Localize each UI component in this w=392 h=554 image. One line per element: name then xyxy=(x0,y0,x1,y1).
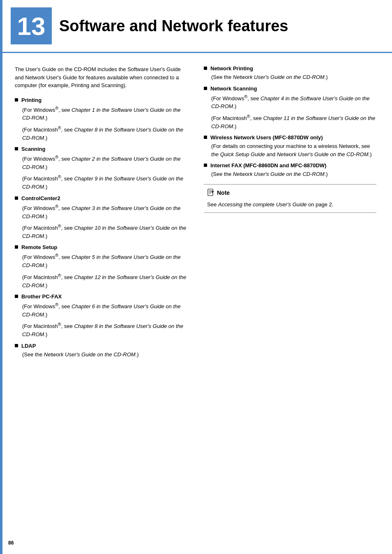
sub-items-scanning: (For Windows®, see Chapter 2 in the Soft… xyxy=(15,154,187,191)
page-number: 86 xyxy=(8,540,14,546)
bullet-square xyxy=(15,147,18,150)
bullet-square xyxy=(15,98,18,102)
left-feature-list: Printing (For Windows®, see Chapter 1 in… xyxy=(15,97,187,359)
sub-items-internet-fax: (See the Network User's Guide on the CD-… xyxy=(204,170,376,178)
bullet-square xyxy=(15,245,18,249)
sub-items-remote-setup: (For Windows®, see Chapter 5 in the Soft… xyxy=(15,252,187,289)
bullet-square xyxy=(15,295,18,298)
sub-items-pcfax: (For Windows®, see Chapter 6 in the Soft… xyxy=(15,301,187,339)
sub-items-controlcenter: (For Windows®, see Chapter 3 in the Soft… xyxy=(15,203,187,240)
note-header: Note xyxy=(207,189,373,197)
note-label: Note xyxy=(217,189,230,196)
list-item: Scanning (For Windows®, see Chapter 2 in… xyxy=(15,146,187,191)
bullet-item-ldap: LDAP xyxy=(15,343,187,349)
bullet-square xyxy=(204,67,207,70)
page-footer: 86 xyxy=(8,540,14,546)
bullet-item-wireless: Wireless Network Users (MFC-8870DW only) xyxy=(204,134,376,141)
bullet-item-network-scanning: Network Scanning xyxy=(204,85,376,92)
left-accent-bar xyxy=(0,0,2,554)
bullet-square xyxy=(15,344,18,347)
note-box: Note See Accessing the complete User's G… xyxy=(204,184,376,213)
bullet-square xyxy=(204,164,207,167)
chapter-number: 13 xyxy=(11,7,52,44)
intro-text: The User's Guide on the CD-ROM includes … xyxy=(15,65,187,90)
chapter-header: 13 Software and Network features xyxy=(2,0,392,53)
bullet-item-internet-fax: Internet FAX (MFC-8860DN and MFC-8870DW) xyxy=(204,162,376,169)
chapter-title: Software and Network features xyxy=(59,17,288,35)
sub-items-printing: (For Windows®, see Chapter 1 in the Soft… xyxy=(15,105,187,142)
note-icon xyxy=(207,189,214,197)
bullet-square xyxy=(204,87,207,90)
bullet-item-remote-setup: Remote Setup xyxy=(15,244,187,250)
bullet-item-scanning: Scanning xyxy=(15,146,187,152)
bullet-item-network-printing: Network Printing xyxy=(204,65,376,72)
list-item: Network Printing (See the Network User's… xyxy=(204,65,376,81)
bullet-item-pcfax: Brother PC-FAX xyxy=(15,293,187,300)
list-item: Printing (For Windows®, see Chapter 1 in… xyxy=(15,97,187,142)
page-container: 13 Software and Network features The Use… xyxy=(0,0,392,554)
list-item: Brother PC-FAX (For Windows®, see Chapte… xyxy=(15,293,187,339)
sub-items-network-printing: (See the Network User's Guide on the CD-… xyxy=(204,73,376,81)
bullet-item-printing: Printing xyxy=(15,97,187,103)
list-item: Wireless Network Users (MFC-8870DW only)… xyxy=(204,134,376,158)
sub-items-network-scanning: (For Windows®, see Chapter 4 in the Soft… xyxy=(204,93,376,131)
sub-items-ldap: (See the Network User's Guide on the CD-… xyxy=(15,351,187,359)
note-text: See Accessing the complete User's Guide … xyxy=(207,201,373,209)
main-content: The User's Guide on the CD-ROM includes … xyxy=(2,53,392,375)
list-item: Remote Setup (For Windows®, see Chapter … xyxy=(15,244,187,289)
list-item: ControlCenter2 (For Windows®, see Chapte… xyxy=(15,195,187,240)
sub-items-wireless: (For details on connecting your machine … xyxy=(204,142,376,158)
bullet-square xyxy=(204,136,207,139)
bullet-square xyxy=(15,196,18,200)
list-item: Network Scanning (For Windows®, see Chap… xyxy=(204,85,376,131)
right-column: Network Printing (See the Network User's… xyxy=(204,65,376,362)
bullet-item-controlcenter: ControlCenter2 xyxy=(15,195,187,201)
list-item: LDAP (See the Network User's Guide on th… xyxy=(15,343,187,359)
right-feature-list: Network Printing (See the Network User's… xyxy=(204,65,376,178)
list-item: Internet FAX (MFC-8860DN and MFC-8870DW)… xyxy=(204,162,376,178)
left-column: The User's Guide on the CD-ROM includes … xyxy=(15,65,187,362)
